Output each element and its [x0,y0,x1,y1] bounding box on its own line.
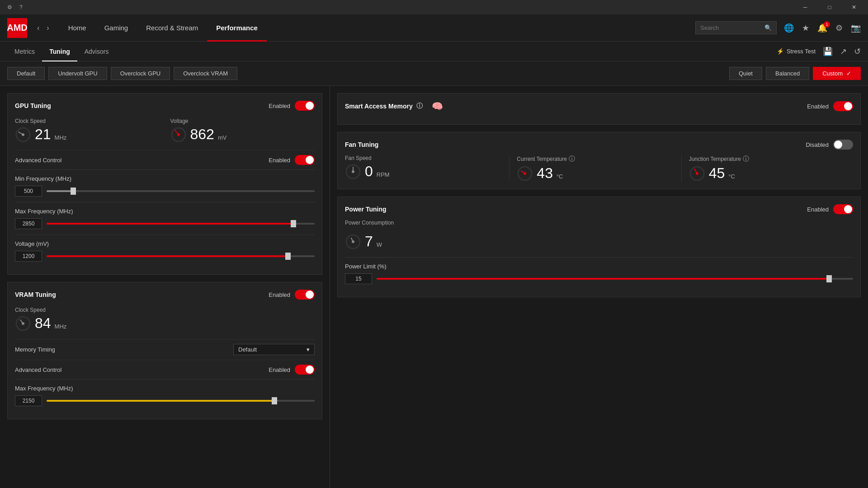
favorites-icon[interactable]: ★ [802,23,809,33]
voltage-metric: Voltage 862 mV [170,118,315,143]
preset-undervolt[interactable]: Undervolt GPU [48,67,107,80]
fan-tuning-toggle[interactable] [833,140,853,150]
preset-overclock-vram[interactable]: Overclock VRAM [174,67,237,80]
tab-metrics[interactable]: Metrics [7,42,42,61]
stress-test-button[interactable]: ⚡ Stress Test [777,48,816,55]
preset-default[interactable]: Default [7,67,45,80]
vram-max-freq-label: Max Frequency (MHz) [15,379,315,392]
voltage-ctrl-track[interactable] [47,255,315,257]
max-freq-label: Max Frequency (MHz) [15,202,315,215]
min-freq-track[interactable] [47,190,315,192]
vram-tuning-status: Enabled [269,290,315,300]
gpu-metrics-row: Clock Speed 21 MHz Voltage [15,118,315,143]
max-freq-track[interactable] [47,223,315,225]
fan-tuning-section: Fan Tuning Disabled Fan Speed 0 [337,132,861,189]
fan-tuning-status-label: Disabled [806,141,829,148]
search-input[interactable] [700,24,762,31]
checkmark-icon: ✓ [846,70,851,77]
power-tuning-title: Power Tuning [345,206,387,213]
max-freq-section: Max Frequency (MHz) 2850 [15,202,315,229]
nav-home[interactable]: Home [59,14,95,42]
svg-point-3 [177,133,180,136]
advanced-control-toggle[interactable] [295,155,315,165]
screenshot-icon[interactable]: 📷 [851,23,861,33]
left-panel: GPU Tuning Enabled Clock Speed 21 [0,86,330,488]
power-limit-label: Power Limit (%) [345,257,853,270]
close-button[interactable]: ✕ [844,0,864,14]
vram-max-freq-thumb[interactable] [272,397,277,404]
title-bar: ⚙ ? ─ □ ✕ [0,0,868,14]
search-box[interactable]: 🔍 [695,21,777,34]
vram-clock-unit: MHz [55,323,67,332]
save-config-icon[interactable]: 💾 [823,47,833,56]
preset-custom-label: Custom [822,70,843,77]
max-freq-value[interactable]: 2850 [15,218,42,229]
sam-title: Smart Access Memory [345,103,413,110]
power-limit-fill [377,278,829,280]
min-freq-thumb[interactable] [71,188,76,195]
nav-gaming[interactable]: Gaming [95,14,137,42]
voltage-ctrl-slider-row: 1200 [15,251,315,262]
fan-tuning-header: Fan Tuning Disabled [345,140,853,150]
export-icon[interactable]: ↗ [840,47,847,56]
amd-logo: AMD [7,18,27,38]
tab-tuning[interactable]: Tuning [42,42,77,61]
min-freq-value[interactable]: 500 [15,186,42,197]
gpu-tuning-toggle[interactable] [295,101,315,111]
memory-timing-select[interactable]: Default ▾ [233,344,315,355]
vram-advanced-toggle[interactable] [295,365,315,375]
svg-point-7 [352,170,354,173]
nav-record-stream[interactable]: Record & Stream [137,14,207,42]
fan-speed-value-row: 0 RPM [345,163,509,180]
min-freq-label: Min Frequency (MHz) [15,169,315,182]
vram-max-freq-section: Max Frequency (MHz) 2150 [15,379,315,406]
back-button[interactable]: ‹ [34,22,42,34]
current-temp-help-icon[interactable]: ⓘ [569,155,575,163]
power-consumption-label: Power Consumption [345,220,394,226]
power-limit-thumb[interactable] [826,275,832,282]
vram-max-freq-value[interactable]: 2150 [15,395,42,406]
power-consumption-gauge [345,234,361,250]
sub-nav: Metrics Tuning Advisors ⚡ Stress Test 💾 … [0,42,868,61]
preset-balanced[interactable]: Balanced [766,67,809,80]
system-icon-1: ⚙ [7,4,12,10]
vram-advanced-control-row: Advanced Control Enabled [15,360,315,379]
fan-tuning-status: Disabled [806,140,853,150]
globe-icon[interactable]: 🌐 [784,23,794,33]
sam-toggle[interactable] [833,101,853,111]
max-freq-thumb[interactable] [291,220,296,227]
power-limit-track[interactable] [377,278,853,280]
sam-help-icon[interactable]: ⓘ [416,102,423,110]
vram-max-freq-slider-row: 2150 [15,395,315,406]
vram-max-freq-track[interactable] [47,400,315,402]
svg-point-1 [22,133,24,136]
search-icon: 🔍 [764,24,772,31]
notifications-icon[interactable]: 🔔 1 [817,23,827,33]
minimize-button[interactable]: ─ [795,0,816,14]
voltage-ctrl-thumb[interactable] [285,253,291,260]
maximize-button[interactable]: □ [819,0,840,14]
settings-icon[interactable]: ⚙ [835,23,843,33]
current-temp-gauge [517,165,533,182]
current-temp-value: 43 [537,165,553,182]
vram-tuning-toggle[interactable] [295,290,315,300]
sub-nav-right: ⚡ Stress Test 💾 ↗ ↺ [777,47,861,56]
max-freq-slider-row: 2850 [15,218,315,229]
reset-icon[interactable]: ↺ [854,47,861,56]
preset-custom[interactable]: Custom ✓ [813,67,861,80]
nav-performance[interactable]: Performance [207,14,267,42]
forward-button[interactable]: › [44,22,52,34]
power-limit-section: Power Limit (%) 15 [345,257,853,284]
junction-temp-gauge [689,165,705,182]
tab-advisors[interactable]: Advisors [77,42,116,61]
preset-overclock-gpu[interactable]: Overclock GPU [111,67,170,80]
clock-speed-value: 21 [35,126,51,143]
junction-temp-help-icon[interactable]: ⓘ [743,155,749,163]
preset-quiet[interactable]: Quiet [729,67,762,80]
power-tuning-toggle[interactable] [833,204,853,214]
fan-tuning-title: Fan Tuning [345,141,378,148]
vram-tuning-status-label: Enabled [269,291,290,298]
voltage-ctrl-value[interactable]: 1200 [15,251,42,262]
vram-metrics-row: Clock Speed 84 MHz [15,307,315,332]
power-limit-value[interactable]: 15 [345,273,372,284]
